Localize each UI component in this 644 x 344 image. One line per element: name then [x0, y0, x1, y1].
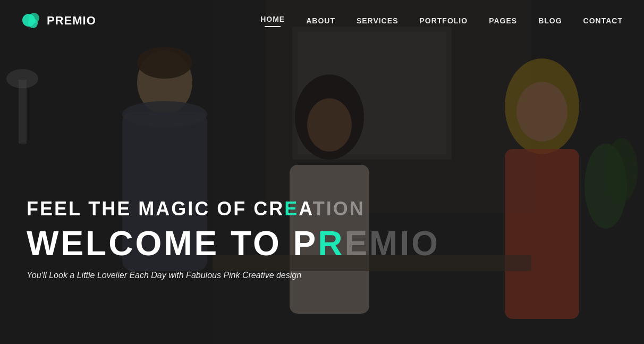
hero-headline-teal: R — [318, 224, 344, 263]
hero-section: PREMIO HOME ABOUT SERVICES PORTFOLIO PAG… — [0, 0, 644, 344]
hero-content: FEEL THE MAGIC OF CREATION WELCOME TO PR… — [27, 197, 440, 280]
nav-link-portfolio[interactable]: PORTFOLIO — [419, 16, 468, 25]
nav-menu: HOME ABOUT SERVICES PORTFOLIO PAGES BLOG… — [260, 14, 623, 27]
nav-item-blog[interactable]: BLOG — [538, 16, 562, 26]
nav-link-pages[interactable]: PAGES — [489, 16, 517, 25]
hero-tagline: FEEL THE MAGIC OF CREATION — [27, 197, 440, 220]
svg-rect-20 — [0, 0, 644, 344]
nav-item-portfolio[interactable]: PORTFOLIO — [419, 16, 468, 26]
hero-tagline-teal: E — [284, 198, 299, 220]
nav-item-contact[interactable]: CONTACT — [583, 16, 623, 26]
hero-subtitle: You'll Look a Little Lovelier Each Day w… — [27, 271, 440, 280]
navbar: PREMIO HOME ABOUT SERVICES PORTFOLIO PAG… — [0, 0, 644, 41]
hero-tagline-part2: A — [299, 198, 312, 220]
nav-item-services[interactable]: SERVICES — [357, 16, 399, 26]
nav-item-home[interactable]: HOME — [260, 14, 285, 27]
hero-tagline-part1: FEEL THE MAGIC OF CR — [27, 198, 284, 220]
brand-logo-link[interactable]: PREMIO — [21, 11, 96, 31]
nav-link-blog[interactable]: BLOG — [538, 16, 562, 25]
hero-headline-ghost: EMIO — [344, 224, 440, 263]
nav-link-services[interactable]: SERVICES — [357, 16, 399, 25]
nav-link-about[interactable]: ABOUT — [306, 16, 335, 25]
nav-link-contact[interactable]: CONTACT — [583, 16, 623, 25]
svg-point-23 — [28, 19, 38, 28]
hero-tagline-ghost: TION — [313, 198, 365, 220]
nav-link-home[interactable]: HOME — [260, 15, 285, 23]
hero-headline-white: WELCOME TO P — [27, 224, 318, 263]
hero-headline: WELCOME TO PREMIO — [27, 225, 440, 262]
hero-bg-illustration — [0, 0, 644, 344]
nav-item-pages[interactable]: PAGES — [489, 16, 517, 26]
nav-active-indicator — [265, 26, 281, 27]
brand-name-text: PREMIO — [47, 14, 96, 28]
brand-logo-icon — [21, 11, 41, 31]
nav-item-about[interactable]: ABOUT — [306, 16, 335, 26]
